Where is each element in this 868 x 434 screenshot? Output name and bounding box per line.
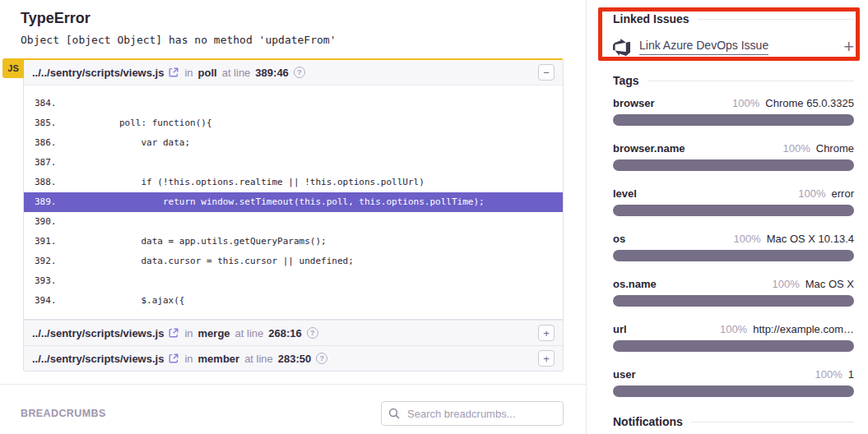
tag-progress-bar bbox=[613, 340, 854, 352]
issue-detail-main: TypeError Object [object Object] has no … bbox=[21, 10, 564, 372]
help-icon[interactable]: ? bbox=[307, 327, 318, 339]
code-line: 394. $.ajax({ bbox=[24, 291, 563, 311]
breadcrumbs-title: BREADCRUMBS bbox=[21, 408, 106, 419]
tag-progress-bar bbox=[613, 295, 854, 307]
line-number: 388. bbox=[24, 173, 76, 192]
frame-header[interactable]: ../../sentry/scripts/views.js in member … bbox=[24, 345, 563, 371]
link-azure-devops-issue-link[interactable]: Link Azure DevOps Issue bbox=[639, 39, 768, 55]
at-line-label: at line bbox=[244, 353, 273, 365]
code-line: 388. if (!this.options.realtime || !this… bbox=[24, 173, 563, 192]
linked-issues-title: Linked Issues bbox=[613, 12, 689, 25]
in-label: in bbox=[184, 353, 193, 365]
code-line: 385. poll: function(){ bbox=[24, 113, 563, 133]
at-line-label: at line bbox=[222, 67, 251, 79]
page-title: TypeError bbox=[21, 10, 564, 26]
breadcrumbs-search bbox=[381, 401, 564, 426]
line-number: 394. bbox=[24, 291, 76, 311]
tag-progress-bar bbox=[613, 114, 854, 126]
line-code: poll: function(){ bbox=[76, 113, 212, 133]
link-azure-devops-row: Link Azure DevOps Issue + bbox=[613, 36, 854, 58]
stack-frame-merge: ../../sentry/scripts/views.js in merge a… bbox=[24, 320, 563, 345]
tag-key[interactable]: level bbox=[613, 187, 637, 200]
stack-frame-member: ../../sentry/scripts/views.js in member … bbox=[24, 345, 563, 371]
line-code: if (!this.options.realtime || !this.opti… bbox=[76, 173, 425, 192]
line-code: data.cursor = this.cursor || undefined; bbox=[76, 252, 354, 271]
sidebar: Linked Issues Link Azure DevOps Issue + … bbox=[586, 0, 868, 434]
external-link-icon[interactable] bbox=[169, 328, 179, 338]
heading-rule bbox=[691, 422, 854, 422]
external-link-icon[interactable] bbox=[169, 67, 179, 77]
line-number: 391. bbox=[24, 232, 76, 252]
at-line-label: at line bbox=[235, 327, 264, 339]
tag-percent: 100% bbox=[734, 233, 761, 245]
tag-percent: 100% bbox=[773, 278, 800, 290]
tag-key[interactable]: user bbox=[613, 368, 635, 381]
stack-frame-poll: ../../sentry/scripts/views.js in poll at… bbox=[24, 60, 563, 320]
collapse-frame-button[interactable]: − bbox=[538, 64, 555, 81]
expand-frame-button[interactable]: + bbox=[538, 350, 555, 367]
tags-section: Tags browser 100%Chrome 65.0.3325 browse… bbox=[613, 74, 854, 397]
frame-line-number: 283:50 bbox=[278, 353, 311, 365]
tag-key[interactable]: os bbox=[613, 233, 625, 245]
tag-key[interactable]: os.name bbox=[613, 278, 657, 290]
frame-filename[interactable]: ../../sentry/scripts/views.js bbox=[32, 67, 164, 79]
code-line: 386. var data; bbox=[24, 133, 563, 153]
external-link-icon[interactable] bbox=[169, 353, 179, 363]
tags-title: Tags bbox=[613, 74, 639, 87]
code-line: 393. bbox=[24, 271, 563, 291]
code-line: 390. bbox=[24, 212, 563, 232]
tag-value[interactable]: 1 bbox=[848, 368, 854, 381]
tag-row: os 100%Mac OS X 10.13.4 bbox=[613, 233, 854, 261]
tag-progress-bar bbox=[613, 386, 854, 397]
tag-percent: 100% bbox=[815, 368, 842, 381]
azure-devops-icon bbox=[613, 39, 630, 56]
tag-key[interactable]: url bbox=[613, 323, 627, 335]
frame-header[interactable]: ../../sentry/scripts/views.js in poll at… bbox=[24, 60, 563, 85]
tag-value[interactable]: http://example.com… bbox=[753, 323, 854, 335]
notifications-title: Notifications bbox=[613, 415, 683, 428]
frame-function: poll bbox=[198, 67, 217, 79]
add-linked-issue-button[interactable]: + bbox=[843, 39, 854, 55]
section-divider bbox=[0, 384, 586, 385]
code-line: 392. data.cursor = this.cursor || undefi… bbox=[24, 252, 563, 271]
help-icon[interactable]: ? bbox=[294, 67, 305, 78]
error-message: Object [object Object] has no method 'up… bbox=[21, 34, 564, 46]
tag-key[interactable]: browser bbox=[613, 97, 655, 109]
line-number: 385. bbox=[24, 113, 76, 133]
stack-trace: JS ../../sentry/scripts/views.js in poll… bbox=[23, 58, 564, 372]
tag-value[interactable]: error bbox=[832, 187, 854, 200]
js-platform-badge: JS bbox=[2, 58, 24, 78]
tag-progress-bar bbox=[613, 250, 854, 261]
tag-row: browser.name 100%Chrome bbox=[613, 142, 854, 171]
line-code: var data; bbox=[76, 133, 190, 153]
code-line: 389. return window.setTimeout(this.poll,… bbox=[24, 192, 563, 212]
in-label: in bbox=[184, 327, 193, 339]
in-label: in bbox=[184, 67, 193, 79]
tag-percent: 100% bbox=[783, 142, 810, 155]
heading-rule bbox=[648, 81, 854, 81]
heading-rule bbox=[698, 19, 854, 20]
help-icon[interactable]: ? bbox=[316, 353, 327, 364]
tag-key[interactable]: browser.name bbox=[613, 142, 685, 155]
tag-row: user 100%1 bbox=[613, 368, 854, 397]
tag-value[interactable]: Chrome 65.0.3325 bbox=[765, 97, 854, 109]
frame-line-number: 268:16 bbox=[268, 327, 301, 339]
line-number: 393. bbox=[24, 271, 76, 291]
tag-row: level 100%error bbox=[613, 187, 854, 216]
tag-value[interactable]: Mac OS X bbox=[805, 278, 854, 290]
line-number: 390. bbox=[24, 212, 76, 232]
tags-list: browser 100%Chrome 65.0.3325 browser.nam… bbox=[613, 97, 854, 397]
frame-filename[interactable]: ../../sentry/scripts/views.js bbox=[32, 327, 164, 339]
frame-filename[interactable]: ../../sentry/scripts/views.js bbox=[32, 353, 164, 365]
linked-issues-section: Linked Issues Link Azure DevOps Issue + bbox=[613, 12, 854, 58]
tag-value[interactable]: Mac OS X 10.13.4 bbox=[767, 233, 854, 245]
line-code: return window.setTimeout(this.poll, this… bbox=[76, 192, 485, 212]
code-line: 391. data = app.utils.getQueryParams(); bbox=[24, 232, 563, 252]
expand-frame-button[interactable]: + bbox=[538, 325, 555, 341]
search-input[interactable] bbox=[381, 401, 564, 426]
frame-header[interactable]: ../../sentry/scripts/views.js in merge a… bbox=[24, 320, 563, 345]
code-line: 387. bbox=[24, 153, 563, 173]
tag-row: browser 100%Chrome 65.0.3325 bbox=[613, 97, 854, 126]
line-number: 387. bbox=[24, 153, 76, 173]
tag-value[interactable]: Chrome bbox=[816, 142, 854, 155]
